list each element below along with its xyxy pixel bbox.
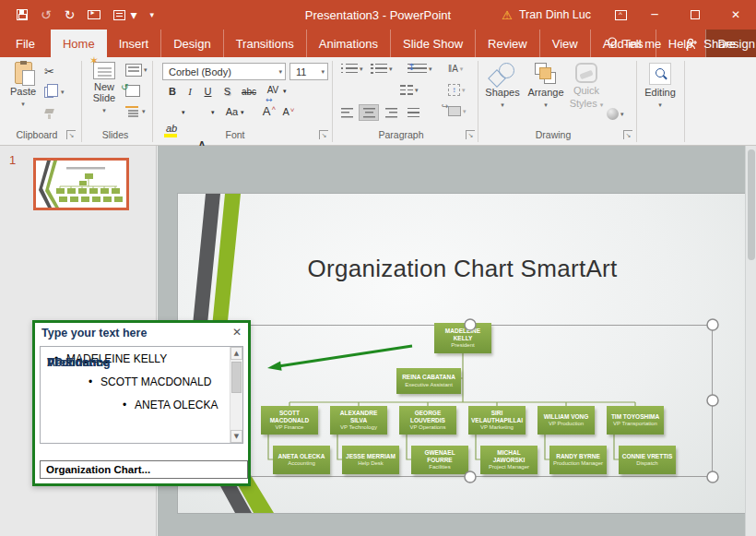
org-node-report[interactable]: RANDY BYRNEProduction Manager <box>549 446 607 474</box>
drawing-dialog-launcher[interactable]: ↘ <box>623 130 632 139</box>
align-left-button[interactable] <box>337 105 356 120</box>
columns-button[interactable]: ▾ <box>400 85 419 95</box>
grow-font-button[interactable]: A <box>262 102 277 119</box>
text-pane-list[interactable]: MADELEINE KELLYPresidentSCOTT MACDONALDV… <box>40 346 243 444</box>
align-center-button[interactable] <box>360 105 378 120</box>
save-icon[interactable] <box>17 9 28 20</box>
org-node-manager[interactable]: SCOTT MACDONALDVP Finance <box>261 406 318 435</box>
org-node-manager[interactable]: ALEXANDRE SILVAVP Technology <box>330 406 387 435</box>
text-pane-scroll-thumb[interactable] <box>231 362 242 393</box>
highlight-dropdown-icon[interactable]: ▾ <box>182 104 185 121</box>
org-node-manager[interactable]: TIM TOYOSHIMAVP Transportation <box>607 406 664 435</box>
tab-home[interactable]: Home <box>51 30 107 57</box>
tab-review[interactable]: Review <box>475 30 539 57</box>
org-node-assistant[interactable]: REINA CABATANAExecutive Assistant <box>396 368 461 394</box>
tab-transitions[interactable]: Transitions <box>223 30 306 57</box>
change-case-button[interactable]: Aa <box>224 103 240 120</box>
slide-title[interactable]: Organization Chart SmartArt <box>178 255 747 283</box>
highlight-button[interactable]: ab <box>163 120 180 137</box>
text-pane-entry[interactable]: SCOTT MACDONALDVP Finance <box>41 375 230 389</box>
vertical-scrollbar[interactable] <box>745 146 756 536</box>
text-pane-entry[interactable]: ANETA OLECKAAccounting <box>41 399 230 412</box>
format-painter-button[interactable] <box>44 108 54 119</box>
align-right-icon <box>385 108 397 118</box>
arrange-label: Arrange <box>527 87 563 98</box>
start-slideshow-icon[interactable] <box>88 10 100 19</box>
org-node-manager[interactable]: GEORGE LOUVERDISVP Operations <box>399 406 456 435</box>
tab-slide-show[interactable]: Slide Show <box>390 30 475 57</box>
org-node-root[interactable]: MADELEINE KELLYPresident <box>434 323 491 353</box>
shape-effects-button[interactable]: ▾ <box>607 108 624 120</box>
font-color-dropdown-icon[interactable]: ▾ <box>211 104 215 121</box>
org-node-manager[interactable]: SIRI VELAUTHAPILLAIVP Marketing <box>468 406 526 435</box>
font-name-combo[interactable]: Corbel (Body) ▾ <box>162 63 286 80</box>
new-slide-button[interactable]: New Slide ▾ <box>86 62 123 116</box>
cut-button[interactable]: ✂ <box>44 65 54 78</box>
close-button[interactable]: ✕ <box>715 0 756 30</box>
bullets-button[interactable]: ▾ <box>341 64 363 74</box>
align-text-button[interactable]: ↕▾ <box>448 84 466 96</box>
tab-insert[interactable]: Insert <box>107 30 161 57</box>
strikethrough-button[interactable]: abc <box>239 83 259 100</box>
scrollbar-thumb[interactable] <box>748 149 755 260</box>
scroll-up-icon[interactable]: ▲ <box>230 347 242 360</box>
line-spacing-button[interactable]: ▾ <box>408 64 432 74</box>
minimize-button[interactable]: ─ <box>634 0 675 30</box>
text-shadow-button[interactable]: S <box>221 83 233 100</box>
font-size-combo[interactable]: 11 ▾ <box>289 63 328 80</box>
clipboard-dialog-launcher[interactable]: ↘ <box>66 130 76 139</box>
tab-animations[interactable]: Animations <box>306 30 390 57</box>
undo-icon[interactable]: ↺ <box>41 8 52 21</box>
arrange-dropdown-icon: ▾ <box>544 100 548 111</box>
customize-qat-icon[interactable]: ▾ <box>150 11 155 19</box>
paste-button[interactable]: Paste ▾ <box>7 62 39 110</box>
reset-slide-button[interactable] <box>125 85 140 97</box>
org-node-report[interactable]: CONNIE VRETTISDispatch <box>619 446 676 474</box>
ribbon-display-options-icon[interactable] <box>615 10 627 20</box>
arrange-button[interactable]: Arrange ▾ <box>524 63 568 111</box>
slide-thumbnail[interactable] <box>33 158 129 210</box>
share-button[interactable]: Share <box>685 37 736 51</box>
text-pane-scrollbar[interactable]: ▲ ▼ <box>230 347 242 443</box>
italic-button[interactable]: I <box>184 83 195 100</box>
org-node-report[interactable]: MICHAL JAWORSKIProject Manager <box>480 446 537 474</box>
shapes-button[interactable]: Shapes ▾ <box>483 63 522 111</box>
shrink-font-button[interactable]: A <box>282 103 295 120</box>
bold-icon: B <box>169 86 176 97</box>
underline-button[interactable]: U <box>202 83 214 100</box>
paragraph-dialog-launcher[interactable]: ↘ <box>466 130 475 139</box>
preview-icon[interactable] <box>113 10 125 20</box>
text-pane-close-icon[interactable]: ✕ <box>232 326 242 339</box>
shapes-label: Shapes <box>485 87 519 98</box>
tab-design[interactable]: Design <box>160 30 222 57</box>
smartart-text-pane: Type your text here ✕ MADELEINE KELLYPre… <box>32 320 251 486</box>
org-node-report[interactable]: JESSE MERRIAMHelp Desk <box>342 446 399 474</box>
character-spacing-dropdown-icon[interactable]: ▾ <box>283 83 287 100</box>
org-node-manager[interactable]: WILLIAM VONGVP Production <box>537 406 595 435</box>
scroll-down-icon[interactable]: ▼ <box>230 430 242 443</box>
tell-me-button[interactable]: Tell me <box>607 37 661 51</box>
text-direction-button[interactable]: ‖A▾ <box>448 64 463 74</box>
numbering-button[interactable]: ▾ <box>371 64 393 74</box>
font-dialog-launcher[interactable]: ↘ <box>319 130 328 139</box>
justify-button[interactable] <box>404 105 422 120</box>
section-button[interactable]: ▾ <box>125 106 146 117</box>
redo-icon[interactable]: ↻ <box>65 8 76 21</box>
preview-dropdown-icon[interactable]: ▾ <box>130 8 136 21</box>
tab-file[interactable]: File <box>0 30 51 57</box>
bold-button[interactable]: B <box>166 83 179 100</box>
slide-layout-button[interactable]: ▾ <box>125 64 148 77</box>
change-case-dropdown-icon[interactable]: ▾ <box>241 104 244 121</box>
account-area[interactable]: ⚠ Tran Dinh Luc <box>502 8 591 22</box>
character-spacing-button[interactable]: AV <box>265 81 281 98</box>
editing-button[interactable]: Editing ▾ <box>640 63 680 111</box>
maximize-button[interactable] <box>675 0 715 30</box>
convert-smartart-button[interactable]: ▾ <box>448 106 467 116</box>
org-node-report[interactable]: ANETA OLECKAAccounting <box>273 446 330 474</box>
align-right-button[interactable] <box>382 105 400 120</box>
org-node-report[interactable]: GWENAEL FOURREFacilities <box>411 446 468 474</box>
tab-view[interactable]: View <box>539 30 590 57</box>
copy-button[interactable]: ▾ <box>44 87 65 98</box>
quick-styles-label-1: Quick <box>573 85 599 96</box>
quick-styles-button[interactable]: Quick Styles ▾ <box>568 63 605 111</box>
